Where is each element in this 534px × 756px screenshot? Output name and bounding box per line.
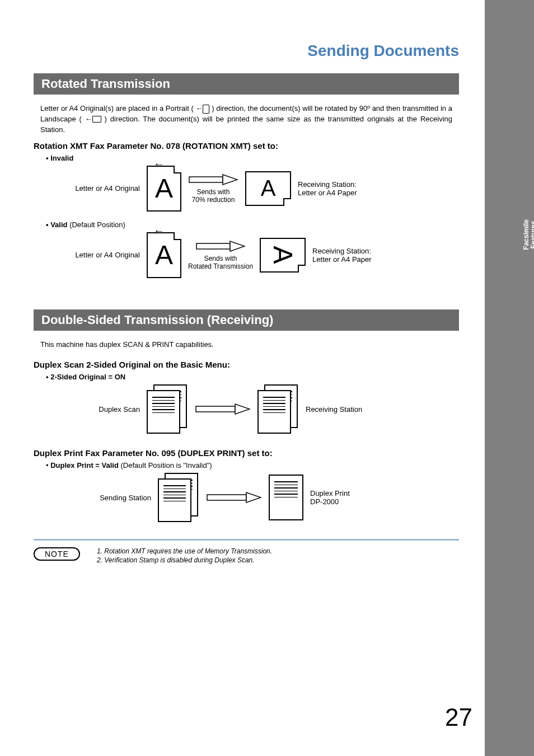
landscape-doc-rotated-icon: A (260, 238, 306, 273)
arrow-right-icon-3 (195, 403, 251, 415)
svg-marker-3 (230, 241, 245, 251)
diagram-duplex-scan: Duplex Scan Receiving Station (78, 384, 459, 434)
left-label-1: Letter or A4 Original (56, 184, 140, 192)
svg-rect-6 (207, 495, 246, 500)
section1-paragraph: Letter or A4 Original(s) are placed in a… (40, 104, 452, 135)
section1-subhead: Rotation XMT Fax Parameter No. 078 (ROTA… (34, 141, 459, 151)
page-number: 27 (445, 703, 472, 731)
section2-subhead2: Duplex Print Fax Parameter No. 095 (DUPL… (34, 448, 459, 458)
bullet-valid: • Valid (Default Position) (46, 220, 459, 229)
section2-paragraph: This machine has duplex SCAN & PRINT cap… (40, 340, 452, 350)
feed-arrow-icon: ← (153, 158, 165, 171)
arrow-right-icon-4 (206, 491, 262, 504)
diagram-valid: Letter or A4 Original ← A Sends with Rot… (56, 232, 459, 278)
bullet-duplexprint: • Duplex Print = Valid (Default Position… (46, 461, 459, 469)
svg-rect-4 (196, 406, 235, 412)
letter-a-2: A (155, 240, 173, 270)
portrait-icon (203, 105, 209, 114)
bullet-2sided: • 2-Sided Original = ON (46, 373, 459, 381)
note-item-1: 1. Rotation XMT requires the use of Memo… (97, 547, 272, 555)
bullet-invalid: • Invalid (46, 154, 459, 162)
feed-arrow-icon-2: ← (153, 224, 165, 237)
note-badge: NOTE (34, 547, 80, 561)
note-block: NOTE 1. Rotation XMT requires the use of… (34, 547, 459, 565)
note-list: 1. Rotation XMT requires the use of Memo… (97, 547, 272, 565)
right-label-2: Receiving Station: Letter or A4 Paper (312, 247, 407, 264)
portrait-doc-icon-2: ← A (147, 232, 181, 278)
receiving-station-label: Receiving Station (306, 405, 401, 414)
landscape-icon (92, 116, 101, 123)
section2-subhead1: Duplex Scan 2-Sided Original on the Basi… (34, 360, 459, 369)
portrait-doc-icon: ← A (147, 166, 181, 212)
svg-rect-0 (189, 177, 223, 182)
side-bar (485, 0, 534, 756)
duplex-stack-icon-3 (158, 473, 199, 522)
duplex-stack-icon-2 (257, 384, 299, 434)
arrow-right-icon (188, 173, 238, 186)
arrow-right-icon-2 (195, 240, 246, 252)
send-rotated-label: Sends with Rotated Transmission (188, 255, 253, 270)
page-content: Sending Documents Rotated Transmission L… (34, 42, 459, 565)
section2-header: Double-Sided Transmission (Receiving) (34, 309, 459, 331)
svg-marker-7 (246, 492, 261, 503)
svg-marker-5 (235, 404, 250, 414)
left-label-2: Letter or A4 Original (56, 251, 140, 259)
duplex-scan-label: Duplex Scan (78, 405, 140, 414)
svg-marker-1 (223, 175, 237, 185)
single-page-icon (269, 475, 303, 520)
sending-station-label: Sending Station (78, 494, 151, 502)
page-title: Sending Documents (34, 42, 459, 60)
duplex-print-label: Duplex Print DP-2000 (310, 489, 405, 506)
separator-line (34, 539, 459, 541)
landscape-doc-icon: A (245, 171, 291, 206)
side-tab-label: Facsimile Features (523, 219, 534, 250)
section1-header: Rotated Transmission (34, 73, 459, 95)
svg-rect-2 (196, 243, 230, 249)
duplex-stack-icon (147, 384, 188, 434)
note-item-2: 2. Verification Stamp is disabled during… (97, 556, 272, 564)
letter-a-small: A (261, 176, 276, 201)
diagram-invalid: Letter or A4 Original ← A Sends with 70%… (56, 166, 459, 212)
letter-a: A (155, 173, 173, 204)
diagram-duplex-print: Sending Station Duplex Print DP-2000 (78, 473, 459, 522)
send-reduce-label: Sends with 70% reduction (192, 188, 235, 204)
right-label-1: Receiving Station: Letter or A4 Paper (298, 180, 393, 197)
letter-a-rotated: A (268, 246, 298, 264)
